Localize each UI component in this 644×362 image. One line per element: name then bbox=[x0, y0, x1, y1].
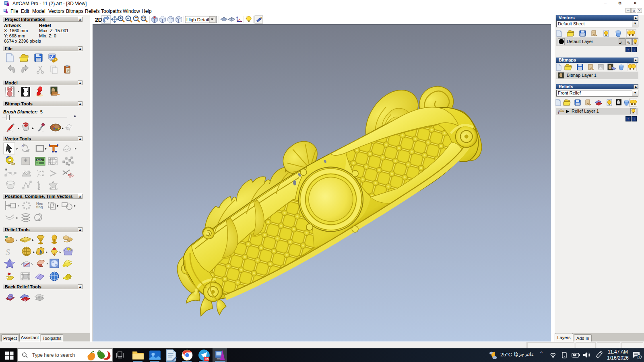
svg-text:S: S bbox=[6, 247, 10, 257]
svg-text:+: + bbox=[557, 111, 559, 115]
svg-text:ABC: ABC bbox=[37, 158, 42, 161]
svg-text:b: b bbox=[39, 249, 42, 255]
svg-text:.05: .05 bbox=[204, 357, 209, 361]
svg-text:1: 1 bbox=[638, 356, 640, 359]
svg-text:High Detail: High Detail bbox=[186, 17, 209, 22]
svg-text:b: b bbox=[24, 298, 26, 302]
svg-text:2D: 2D bbox=[95, 16, 102, 23]
svg-text:ting: ting bbox=[36, 205, 43, 209]
